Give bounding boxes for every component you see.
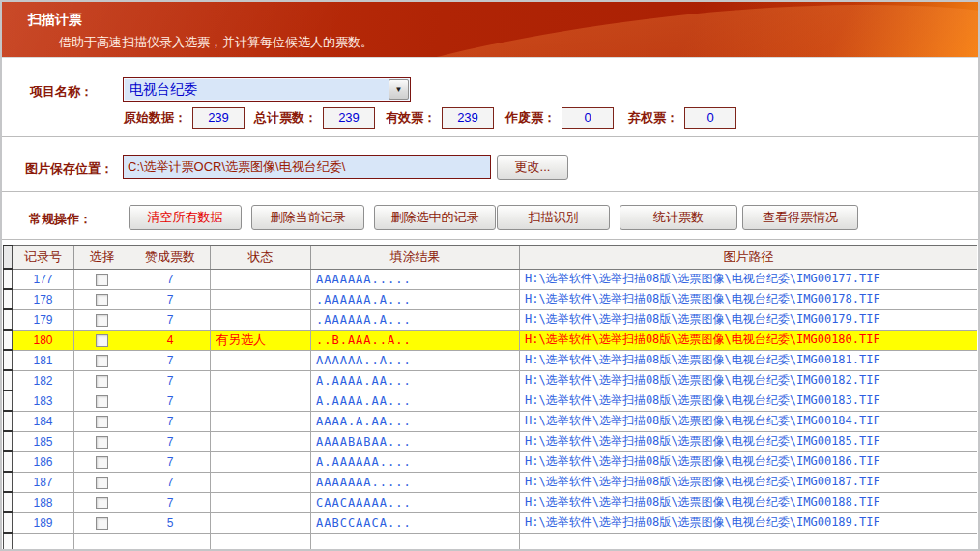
section-divider <box>2 191 978 192</box>
page-header-banner: 扫描计票 借助于高速扫描仪录入选票，并计算每位候选人的票数。 <box>2 2 978 58</box>
stat-invalid-votes-value: 0 <box>562 107 614 129</box>
approve-count-cell: 7 <box>130 492 211 512</box>
status-cell: 有另选人 <box>211 330 311 350</box>
row-checkbox[interactable] <box>96 294 108 306</box>
row-checkbox[interactable] <box>96 477 108 489</box>
fill-result-cell: AAAAAAA..... <box>311 269 520 289</box>
image-path-cell: H:\选举软件\选举扫描08版\选票图像\电视台纪委\IMG00186.TIF <box>520 451 978 472</box>
table-row[interactable]: 181 7 AAAAAA..A... H:\选举软件\选举扫描08版\选票图像\… <box>4 350 978 370</box>
select-cell <box>74 370 130 391</box>
row-indicator[interactable] <box>4 472 13 492</box>
table-row[interactable]: 184 7 AAAA.A.AA... H:\选举软件\选举扫描08版\选票图像\… <box>4 411 978 431</box>
row-indicator[interactable] <box>4 309 13 330</box>
row-indicator[interactable] <box>4 451 13 472</box>
status-cell <box>211 309 311 330</box>
row-checkbox[interactable] <box>96 355 108 367</box>
row-checkbox[interactable] <box>96 436 108 449</box>
table-row-highlighted[interactable]: 180 4 有另选人 ..B.AAA..A.. H:\选举软件\选举扫描08版\… <box>4 330 978 350</box>
status-cell <box>211 350 311 370</box>
project-name-value: 电视台纪委 <box>130 81 197 99</box>
row-indicator[interactable] <box>4 289 13 309</box>
image-path-cell: H:\选举软件\选举扫描08版\选票图像\电视台纪委\IMG00182.TIF <box>520 370 978 391</box>
scan-recognize-button[interactable]: 扫描识别 <box>497 205 610 230</box>
approve-count-cell: 7 <box>130 289 211 309</box>
table-row[interactable]: 178 7 .AAAAAA.A... H:\选举软件\选举扫描08版\选票图像\… <box>4 289 978 309</box>
image-path-cell: H:\选举软件\选举扫描08版\选票图像\电视台纪委\IMG00179.TIF <box>520 309 978 330</box>
image-location-label: 图片保存位置： <box>25 160 113 178</box>
row-checkbox[interactable] <box>96 274 108 286</box>
image-location-input[interactable]: C:\选举计票OCR\选票图像\电视台纪委\ <box>123 155 491 179</box>
fill-result-cell: A.AAAA.AA... <box>311 391 520 411</box>
select-cell <box>74 330 130 350</box>
row-checkbox[interactable] <box>96 416 108 428</box>
table-row[interactable]: 189 5 AABCCAACA... H:\选举软件\选举扫描08版\选票图像\… <box>4 512 978 533</box>
row-indicator[interactable] <box>4 370 13 391</box>
row-indicator[interactable] <box>4 431 13 451</box>
row-indicator[interactable] <box>4 411 13 431</box>
select-cell <box>74 451 130 472</box>
change-path-button[interactable]: 更改... <box>497 155 568 180</box>
column-header-image-path: 图片路径 <box>520 246 978 269</box>
table-row[interactable]: 186 7 A.AAAAAA.... H:\选举软件\选举扫描08版\选票图像\… <box>4 451 978 472</box>
row-indicator[interactable] <box>4 350 13 370</box>
image-path-cell: H:\选举软件\选举扫描08版\选票图像\电视台纪委\IMG00177.TIF <box>520 269 978 289</box>
approve-count-cell: 7 <box>130 411 211 431</box>
project-name-select[interactable]: 电视台纪委 ▼ <box>123 77 411 102</box>
status-cell <box>211 492 311 512</box>
view-vote-results-button[interactable]: 查看得票情况 <box>742 205 858 230</box>
row-checkbox[interactable] <box>96 456 108 469</box>
stat-abstain-votes: 弃权票： 0 <box>628 106 736 130</box>
column-header-approve-count: 赞成票数 <box>130 246 211 269</box>
clear-all-data-button[interactable]: 清空所有数据 <box>129 205 242 230</box>
row-indicator[interactable] <box>4 512 13 533</box>
stat-abstain-votes-value: 0 <box>684 107 736 129</box>
table-row[interactable]: 182 7 A.AAAA.AA... H:\选举软件\选举扫描08版\选票图像\… <box>4 370 978 391</box>
select-cell <box>74 431 130 451</box>
select-cell <box>74 533 130 549</box>
row-indicator[interactable] <box>4 330 13 350</box>
table-row[interactable]: 177 7 AAAAAAA..... H:\选举软件\选举扫描08版\选票图像\… <box>4 269 978 289</box>
approve-count-cell: 7 <box>130 391 211 411</box>
status-cell <box>211 391 311 411</box>
count-votes-button[interactable]: 统计票数 <box>620 205 737 230</box>
select-cell <box>74 391 130 411</box>
record-number-cell: 177 <box>13 269 74 289</box>
table-row[interactable]: 183 7 A.AAAA.AA... H:\选举软件\选举扫描08版\选票图像\… <box>4 391 978 411</box>
record-number-cell: 185 <box>13 431 74 451</box>
row-checkbox[interactable] <box>96 375 108 388</box>
row-checkbox[interactable] <box>96 395 108 408</box>
row-checkbox[interactable] <box>96 314 108 327</box>
delete-current-record-button[interactable]: 删除当前记录 <box>251 205 364 230</box>
row-checkbox[interactable] <box>96 517 108 530</box>
record-number-cell: 184 <box>13 411 74 431</box>
page-subtitle: 借助于高速扫描仪录入选票，并计算每位候选人的票数。 <box>59 34 373 51</box>
table-row[interactable]: 187 7 AAAAAAA..... H:\选举软件\选举扫描08版\选票图像\… <box>4 472 978 492</box>
records-table: 记录号 选择 赞成票数 状态 填涂结果 图片路径 177 7 AAAAAAA..… <box>3 245 977 549</box>
row-indicator[interactable] <box>4 269 13 289</box>
row-checkbox[interactable] <box>96 497 108 509</box>
approve-count-cell: 7 <box>130 431 211 451</box>
record-number-cell: 179 <box>13 309 74 330</box>
row-indicator[interactable] <box>4 492 13 512</box>
operations-label: 常规操作： <box>29 211 92 228</box>
delete-selected-records-button[interactable]: 删除选中的记录 <box>374 205 496 230</box>
fill-result-cell <box>311 533 520 549</box>
approve-count-cell: 7 <box>130 370 211 391</box>
select-cell <box>74 350 130 370</box>
row-indicator[interactable] <box>4 391 13 411</box>
table-row[interactable]: 188 7 CAACAAAAA... H:\选举软件\选举扫描08版\选票图像\… <box>4 492 978 512</box>
fill-result-cell: .AAAAAA.A... <box>311 289 520 309</box>
status-cell <box>211 289 311 309</box>
select-cell <box>74 472 130 492</box>
stat-original-data: 原始数据： 239 <box>124 106 245 130</box>
table-row[interactable]: 179 7 .AAAAAA.A... H:\选举软件\选举扫描08版\选票图像\… <box>4 309 978 330</box>
row-checkbox[interactable] <box>96 334 108 347</box>
chevron-down-icon[interactable]: ▼ <box>389 79 409 100</box>
image-path-cell: H:\选举软件\选举扫描08版\选票图像\电视台纪委\IMG00178.TIF <box>520 289 978 309</box>
stat-total-votes: 总计票数： 239 <box>254 106 375 130</box>
column-header-select: 选择 <box>74 246 130 269</box>
image-path-cell: H:\选举软件\选举扫描08版\选票图像\电视台纪委\IMG00184.TIF <box>520 411 978 431</box>
table-row[interactable]: 185 7 AAAABABAA... H:\选举软件\选举扫描08版\选票图像\… <box>4 431 978 451</box>
image-path-cell: H:\选举软件\选举扫描08版\选票图像\电视台纪委\IMG00180.TIF <box>520 330 978 350</box>
stat-valid-votes-label: 有效票： <box>386 109 436 127</box>
